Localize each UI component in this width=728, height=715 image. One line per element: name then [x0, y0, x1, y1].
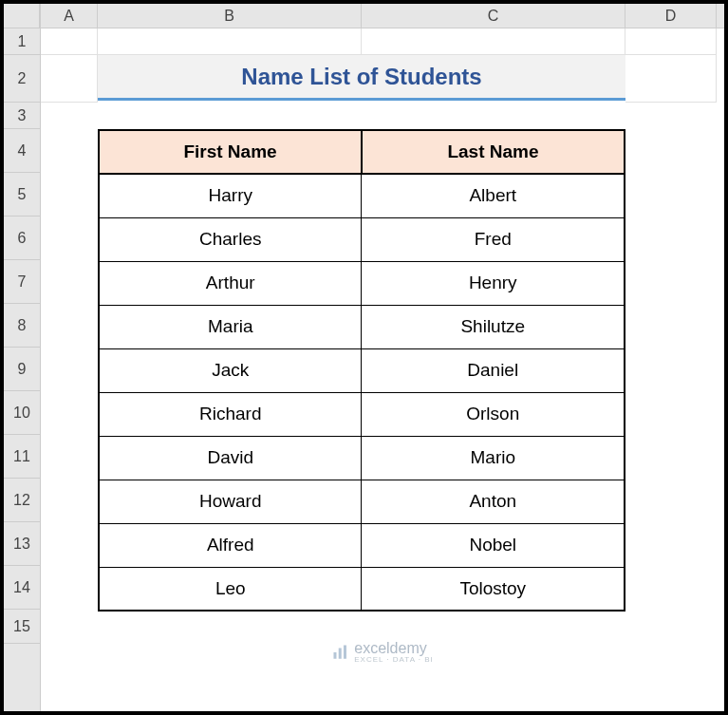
row-header-12[interactable]: 12 — [4, 479, 40, 522]
table-row: MariaShilutze — [99, 305, 625, 348]
table-row: HarryAlbert — [99, 174, 625, 217]
table-row: HowardAnton — [99, 480, 625, 523]
row-header-13[interactable]: 13 — [4, 522, 40, 566]
svg-rect-1 — [339, 649, 342, 659]
header-last-name[interactable]: Last Name — [362, 130, 625, 174]
row-header-7[interactable]: 7 — [4, 260, 40, 304]
row-header-8[interactable]: 8 — [4, 304, 40, 348]
cell-last-name[interactable]: Fred — [362, 217, 625, 261]
cell-last-name[interactable]: Shilutze — [362, 305, 625, 348]
table-row: LeoTolostoy — [99, 567, 625, 611]
row-header-6[interactable]: 6 — [4, 216, 40, 260]
cell-a1[interactable] — [41, 28, 98, 55]
cell-first-name[interactable]: Arthur — [99, 261, 362, 305]
cell-d1[interactable] — [625, 28, 717, 55]
row-header-2[interactable]: 2 — [4, 55, 40, 103]
header-first-name[interactable]: First Name — [99, 130, 362, 174]
row-header-11[interactable]: 11 — [4, 435, 40, 479]
table-row: AlfredNobel — [99, 523, 625, 567]
cell-first-name[interactable]: Richard — [99, 392, 362, 436]
row-header-9[interactable]: 9 — [4, 348, 40, 391]
row-header-15[interactable]: 15 — [4, 610, 40, 644]
col-header-c[interactable]: C — [362, 4, 625, 28]
watermark-brand: exceldemy — [354, 641, 434, 656]
row-header-14[interactable]: 14 — [4, 566, 40, 610]
svg-rect-0 — [333, 652, 336, 659]
svg-rect-2 — [344, 646, 346, 659]
row-header-1[interactable]: 1 — [4, 28, 40, 55]
col-header-d[interactable]: D — [625, 4, 717, 28]
cell-first-name[interactable]: Howard — [99, 480, 362, 523]
main-grid-area: A B C D Name List of Students — [41, 4, 724, 711]
table-body: HarryAlbert CharlesFred ArthurHenry Mari… — [99, 174, 625, 611]
watermark: exceldemy EXCEL · DATA · BI — [331, 641, 434, 664]
data-table-container: First Name Last Name HarryAlbert Charles… — [98, 129, 625, 612]
cell-first-name[interactable]: Harry — [99, 174, 362, 217]
cell-last-name[interactable]: Albert — [362, 174, 625, 217]
cell-last-name[interactable]: Mario — [362, 436, 625, 480]
table-row: DavidMario — [99, 436, 625, 480]
row-header-3[interactable]: 3 — [4, 103, 40, 129]
cell-first-name[interactable]: Alfred — [99, 523, 362, 567]
student-table: First Name Last Name HarryAlbert Charles… — [98, 129, 625, 612]
row-header-5[interactable]: 5 — [4, 173, 40, 216]
cell-c1[interactable] — [362, 28, 625, 55]
cell-a2[interactable] — [41, 55, 98, 103]
cell-first-name[interactable]: Maria — [99, 305, 362, 348]
table-row: RichardOrlson — [99, 392, 625, 436]
cell-last-name[interactable]: Henry — [362, 261, 625, 305]
row-header-4[interactable]: 4 — [4, 129, 40, 173]
cell-first-name[interactable]: Leo — [99, 567, 362, 611]
table-row: ArthurHenry — [99, 261, 625, 305]
cell-first-name[interactable]: Jack — [99, 348, 362, 392]
cells-grid: Name List of Students First Name Last Na… — [41, 28, 724, 711]
watermark-tagline: EXCEL · DATA · BI — [354, 656, 434, 664]
table-row: JackDaniel — [99, 348, 625, 392]
spreadsheet: 1 2 3 4 5 6 7 8 9 10 11 12 13 14 15 A B … — [4, 4, 724, 711]
row-header-10[interactable]: 10 — [4, 391, 40, 435]
cell-last-name[interactable]: Tolostoy — [362, 567, 625, 611]
column-headers-row: A B C D — [41, 4, 724, 28]
row-headers-column: 1 2 3 4 5 6 7 8 9 10 11 12 13 14 15 — [4, 4, 41, 711]
col-header-a[interactable]: A — [41, 4, 98, 28]
select-all-corner[interactable] — [4, 4, 40, 28]
cell-last-name[interactable]: Orlson — [362, 392, 625, 436]
cell-b1[interactable] — [98, 28, 362, 55]
col-header-b[interactable]: B — [98, 4, 362, 28]
table-row: CharlesFred — [99, 217, 625, 261]
chart-icon — [331, 644, 348, 661]
cell-d2[interactable] — [625, 55, 717, 103]
cell-first-name[interactable]: David — [99, 436, 362, 480]
cell-last-name[interactable]: Anton — [362, 480, 625, 523]
cell-first-name[interactable]: Charles — [99, 217, 362, 261]
title-cell[interactable]: Name List of Students — [98, 55, 625, 101]
cell-last-name[interactable]: Nobel — [362, 523, 625, 567]
cell-last-name[interactable]: Daniel — [362, 348, 625, 392]
